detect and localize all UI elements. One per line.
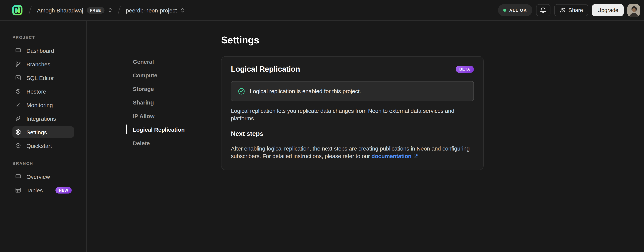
sidebar: PROJECT Dashboard Branches	[0, 21, 87, 252]
sidebar-item-label: SQL Editor	[26, 74, 54, 81]
next-steps-body: After enabling logical replication, the …	[231, 145, 470, 159]
sidebar-item-label: Tables	[26, 187, 43, 193]
avatar-image	[628, 4, 640, 16]
card-title: Logical Replication	[231, 65, 300, 74]
settings-nav-storage[interactable]: Storage	[126, 82, 185, 96]
page-title: Settings	[221, 34, 484, 46]
integrations-icon	[15, 116, 21, 122]
check-circle-icon	[15, 142, 21, 149]
header-actions: ALL OK Share Upgrade	[498, 4, 640, 16]
neon-logo[interactable]	[11, 4, 24, 16]
page-body: PROJECT Dashboard Branches	[0, 21, 644, 252]
documentation-link[interactable]: documentation	[372, 153, 418, 159]
system-status-badge[interactable]: ALL OK	[498, 4, 532, 16]
settings-nav-sharing[interactable]: Sharing	[126, 96, 185, 109]
neon-logo-icon	[11, 4, 24, 16]
documentation-link-label: documentation	[372, 153, 412, 159]
chevron-up-down-icon	[180, 7, 185, 13]
table-icon	[15, 187, 21, 193]
sidebar-section-branch: BRANCH	[12, 161, 86, 166]
settings-nav-compute[interactable]: Compute	[126, 68, 185, 82]
window-icon	[15, 174, 21, 180]
sidebar-item-label: Overview	[26, 173, 50, 180]
settings-nav-delete[interactable]: Delete	[126, 136, 185, 150]
sidebar-item-integrations[interactable]: Integrations	[12, 113, 74, 124]
monitoring-icon	[15, 102, 21, 108]
breadcrumb: Amogh Bharadwaj FREE peerdb-neon-project	[11, 4, 185, 16]
sidebar-item-monitoring[interactable]: Monitoring	[12, 99, 74, 110]
next-steps-text: After enabling logical replication, the …	[231, 145, 474, 160]
external-link-icon	[413, 154, 418, 159]
share-label: Share	[568, 7, 583, 13]
org-name: Amogh Bharadwaj	[37, 7, 83, 14]
sidebar-item-restore[interactable]: Restore	[12, 86, 74, 97]
new-badge: NEW	[56, 187, 72, 193]
project-switcher[interactable]: peerdb-neon-project	[126, 7, 185, 14]
sidebar-item-label: Settings	[26, 129, 47, 135]
org-switcher[interactable]: Amogh Bharadwaj FREE	[37, 7, 112, 14]
branch-nav: Overview Tables NEW	[12, 171, 86, 196]
breadcrumb-separator-icon	[117, 5, 121, 15]
restore-icon	[15, 88, 21, 94]
project-nav: Dashboard Branches SQL Editor	[12, 45, 86, 151]
success-message: Logical replication is enabled for this …	[250, 88, 361, 94]
sidebar-item-label: Restore	[26, 88, 46, 94]
sidebar-item-label: Monitoring	[26, 102, 53, 108]
main-area: General Compute Storage Sharing IP Allow…	[87, 21, 644, 252]
settings-nav-general[interactable]: General	[126, 55, 185, 68]
beta-badge: BETA	[456, 66, 474, 73]
dashboard-icon	[15, 48, 21, 54]
status-label: ALL OK	[509, 8, 527, 12]
status-dot-icon	[503, 9, 506, 12]
git-branch-icon	[15, 61, 21, 67]
sidebar-item-overview[interactable]: Overview	[12, 171, 74, 182]
card-header: Logical Replication BETA	[231, 65, 474, 74]
settings-nav-ip-allow[interactable]: IP Allow	[126, 109, 185, 122]
check-circle-icon	[238, 87, 245, 95]
sidebar-item-sql-editor[interactable]: SQL Editor	[12, 72, 74, 83]
settings-content: Settings Logical Replication BETA Logica…	[221, 34, 484, 170]
settings-nav-logical-replication[interactable]: Logical Replication	[126, 122, 185, 136]
settings-nav: General Compute Storage Sharing IP Allow…	[126, 55, 185, 150]
notifications-button[interactable]	[536, 4, 550, 16]
user-avatar[interactable]	[628, 4, 640, 16]
sidebar-section-project: PROJECT	[12, 35, 86, 40]
upgrade-button[interactable]: Upgrade	[592, 4, 624, 16]
project-name: peerdb-neon-project	[126, 7, 177, 14]
top-header: Amogh Bharadwaj FREE peerdb-neon-project…	[0, 0, 644, 21]
sidebar-item-tables[interactable]: Tables NEW	[12, 184, 74, 196]
sidebar-item-label: Integrations	[26, 115, 56, 122]
bell-icon	[540, 7, 546, 14]
sidebar-item-settings[interactable]: Settings	[12, 126, 74, 138]
breadcrumb-separator-icon	[28, 5, 32, 15]
sidebar-item-label: Dashboard	[26, 47, 54, 54]
sidebar-item-quickstart[interactable]: Quickstart	[12, 140, 74, 151]
sidebar-item-dashboard[interactable]: Dashboard	[12, 45, 74, 56]
sidebar-item-label: Branches	[26, 61, 50, 67]
gear-icon	[15, 129, 21, 135]
neon-console: Amogh Bharadwaj FREE peerdb-neon-project…	[0, 0, 644, 252]
next-steps-title: Next steps	[231, 130, 474, 138]
sidebar-item-label: Quickstart	[26, 142, 52, 149]
card-description: Logical replication lets you replicate d…	[231, 107, 474, 122]
success-banner: Logical replication is enabled for this …	[231, 81, 474, 101]
sidebar-item-branches[interactable]: Branches	[12, 58, 74, 70]
sql-editor-icon	[15, 75, 21, 81]
share-button[interactable]: Share	[554, 4, 588, 16]
chevron-up-down-icon	[108, 7, 112, 13]
plan-badge: FREE	[86, 7, 104, 14]
users-icon	[559, 7, 565, 13]
logical-replication-card: Logical Replication BETA Logical replica…	[221, 56, 484, 170]
